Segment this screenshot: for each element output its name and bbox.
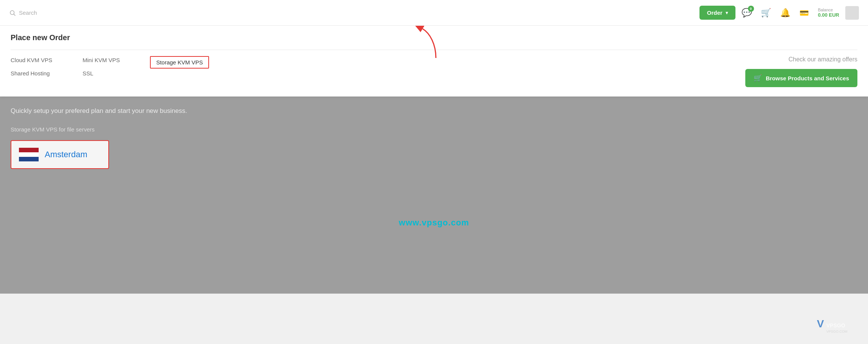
bell-icon: 🔔 (780, 8, 790, 18)
menu-column-2: Mini KVM VPS SSL (83, 56, 120, 77)
main-content-area: www.vpsgo.com Quickly setup your prefere… (0, 97, 868, 294)
order-button[interactable]: Order ▾ (699, 6, 735, 20)
order-dropdown-panel: Place new Order Cloud KVM VPS Shared Hos… (0, 26, 868, 97)
browse-products-button[interactable]: 🛒 Browse Products and Services (745, 69, 857, 87)
chevron-down-icon: ▾ (726, 10, 728, 16)
browse-button-label: Browse Products and Services (766, 75, 849, 81)
avatar[interactable] (845, 6, 859, 20)
notification-bell-button[interactable]: 🔔 (777, 5, 793, 21)
flag-stripe-white (19, 152, 39, 157)
messages-badge: 0 (748, 6, 754, 12)
netherlands-flag (19, 148, 39, 161)
dropdown-title: Place new Order (11, 33, 857, 42)
dropdown-content: Cloud KVM VPS Shared Hosting Mini KVM VP… (11, 56, 857, 87)
svg-text:VPSGO: VPSGO (826, 322, 845, 328)
svg-point-0 (10, 11, 14, 15)
menu-column-3: Storage KVM VPS (150, 56, 209, 77)
menu-columns: Cloud KVM VPS Shared Hosting Mini KVM VP… (11, 56, 729, 77)
header: Search Order ▾ 💬 0 🛒 🔔 💳 Balance 0.00 EU… (0, 0, 868, 26)
divider (11, 50, 857, 50)
svg-line-1 (14, 14, 15, 16)
wallet-icon: 💳 (799, 8, 809, 17)
menu-column-1: Cloud KVM VPS Shared Hosting (11, 56, 52, 77)
flag-stripe-blue (19, 157, 39, 161)
vpsgo-logo: V VPSGO VPSGO.COM (815, 312, 860, 336)
cart-icon: 🛒 (761, 8, 771, 18)
menu-item-shared-hosting[interactable]: Shared Hosting (11, 69, 52, 77)
svg-text:VPSGO.COM: VPSGO.COM (826, 330, 848, 333)
offers-area: Check our amazing offers 🛒 Browse Produc… (729, 56, 857, 87)
section-label: Storage KVM VPS for file servers (11, 126, 857, 133)
search-label: Search (19, 9, 37, 16)
search-icon (9, 9, 16, 16)
flag-stripe-red (19, 148, 39, 152)
menu-item-storage-kvm-vps[interactable]: Storage KVM VPS (150, 56, 209, 69)
watermark: www.vpsgo.com (399, 218, 469, 228)
header-right: Order ▾ 💬 0 🛒 🔔 💳 Balance 0.00 EUR (699, 5, 859, 21)
location-card-amsterdam[interactable]: Amsterdam (11, 140, 109, 169)
svg-text:V: V (817, 318, 824, 330)
subtitle-text: Quickly setup your prefered plan and sta… (11, 107, 857, 115)
location-name-amsterdam: Amsterdam (45, 150, 87, 159)
balance-display: Balance 0.00 EUR (815, 8, 842, 18)
balance-label: Balance (818, 8, 833, 12)
cart-button[interactable]: 🛒 (758, 5, 774, 21)
notification-messages-button[interactable]: 💬 0 (738, 5, 755, 21)
menu-item-mini-kvm-vps[interactable]: Mini KVM VPS (83, 56, 120, 64)
offers-text: Check our amazing offers (788, 56, 857, 63)
menu-item-ssl[interactable]: SSL (83, 69, 120, 77)
menu-item-cloud-kvm-vps[interactable]: Cloud KVM VPS (11, 56, 52, 64)
balance-value: 0.00 EUR (818, 12, 839, 18)
search-area[interactable]: Search (9, 9, 37, 16)
wallet-button[interactable]: 💳 (796, 5, 812, 20)
cart-browse-icon: 🛒 (754, 74, 762, 82)
main-content: Quickly setup your prefered plan and sta… (0, 97, 868, 180)
